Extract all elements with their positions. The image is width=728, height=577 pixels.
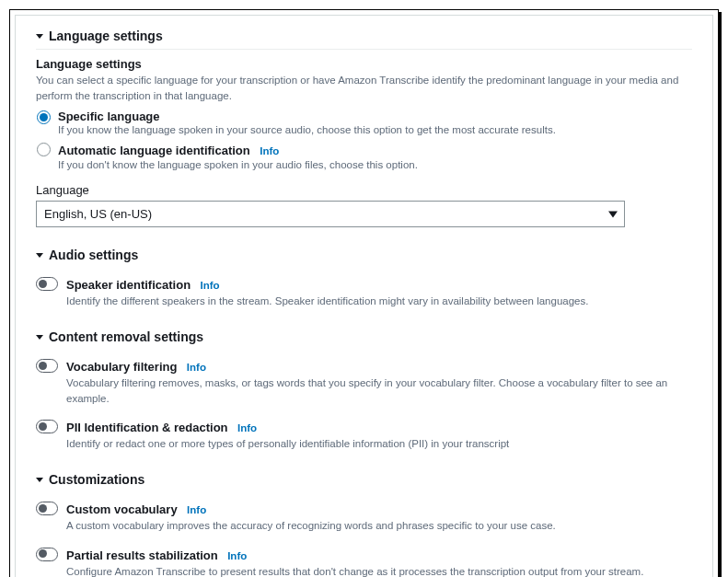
radio-auto-desc: If you don't know the language spoken in… xyxy=(58,159,692,170)
customizations-toggle-header[interactable]: Customizations xyxy=(36,472,692,492)
speaker-id-desc: Identify the different speakers in the s… xyxy=(66,294,692,309)
radio-specific-desc: If you know the language spoken in your … xyxy=(58,124,692,135)
toggle-vocabulary-filtering[interactable] xyxy=(36,359,58,373)
info-link-vocab-filter[interactable]: Info xyxy=(187,362,206,373)
toggle-partial-results[interactable] xyxy=(36,548,58,561)
radio-specific-language[interactable]: Specific language If you know the langua… xyxy=(37,110,692,135)
toggle-pii-redaction[interactable] xyxy=(36,420,58,433)
audio-settings-toggle-header[interactable]: Audio settings xyxy=(36,248,692,268)
caret-down-icon xyxy=(36,253,43,258)
pii-desc: Identify or redact one or more types of … xyxy=(66,436,692,452)
partial-results-label: Partial results stabilization xyxy=(66,548,218,562)
info-link-speaker-id[interactable]: Info xyxy=(201,280,220,291)
settings-panel: Language settings Language settings You … xyxy=(15,15,713,577)
language-select[interactable]: English, US (en-US) xyxy=(36,201,625,227)
vocab-filter-desc: Vocabulary filtering removes, masks, or … xyxy=(66,375,692,406)
language-settings-subheading: Language settings xyxy=(36,57,692,71)
content-removal-title: Content removal settings xyxy=(49,329,203,344)
language-settings-title: Language settings xyxy=(49,29,163,43)
toggle-custom-vocabulary[interactable] xyxy=(36,502,58,515)
radio-icon xyxy=(37,110,51,124)
settings-panel-frame: Language settings Language settings You … xyxy=(9,9,719,577)
toggle-speaker-identification[interactable] xyxy=(36,277,58,291)
pii-label: PII Identification & redaction xyxy=(66,421,228,434)
radio-specific-label: Specific language xyxy=(58,110,692,123)
custom-vocab-desc: A custom vocabulary improves the accurac… xyxy=(66,518,692,534)
radio-icon xyxy=(37,143,51,156)
content-removal-toggle-header[interactable]: Content removal settings xyxy=(36,329,692,350)
language-settings-toggle-header[interactable]: Language settings xyxy=(36,29,692,50)
language-field-label: Language xyxy=(36,183,692,197)
language-settings-description: You can select a specific language for y… xyxy=(36,73,692,103)
radio-automatic-language[interactable]: Automatic language identification Info I… xyxy=(37,142,692,170)
customizations-title: Customizations xyxy=(49,472,144,487)
partial-results-desc: Configure Amazon Transcribe to present r… xyxy=(66,564,692,577)
vocab-filter-label: Vocabulary filtering xyxy=(66,360,177,374)
info-link-auto-language[interactable]: Info xyxy=(260,145,279,156)
info-link-pii[interactable]: Info xyxy=(237,422,257,433)
caret-down-icon xyxy=(36,335,43,340)
info-link-custom-vocab[interactable]: Info xyxy=(187,504,206,515)
caret-down-icon xyxy=(36,478,43,482)
radio-auto-label: Automatic language identification xyxy=(58,144,250,157)
caret-down-icon xyxy=(36,34,43,39)
speaker-id-label: Speaker identification xyxy=(66,278,191,292)
custom-vocab-label: Custom vocabulary xyxy=(66,502,178,516)
audio-settings-title: Audio settings xyxy=(49,248,138,262)
info-link-partial-results[interactable]: Info xyxy=(227,550,247,561)
